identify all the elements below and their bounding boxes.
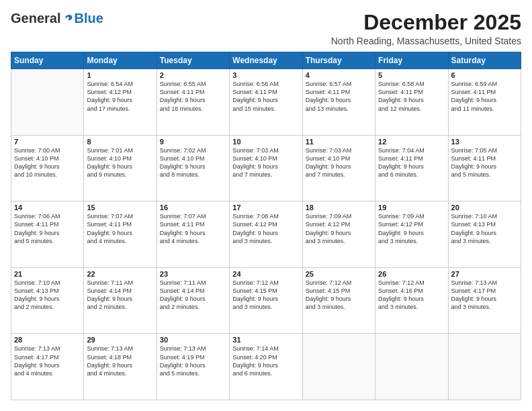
day-info: Sunrise: 7:03 AM Sunset: 4:10 PM Dayligh… <box>232 146 299 179</box>
day-number: 6 <box>451 71 518 79</box>
day-info: Sunrise: 7:05 AM Sunset: 4:11 PM Dayligh… <box>451 146 518 179</box>
day-info: Sunrise: 7:06 AM Sunset: 4:11 PM Dayligh… <box>14 212 81 245</box>
calendar-cell: 7Sunrise: 7:00 AM Sunset: 4:10 PM Daylig… <box>11 135 84 201</box>
calendar-cell: 30Sunrise: 7:13 AM Sunset: 4:19 PM Dayli… <box>157 334 229 400</box>
day-info: Sunrise: 6:55 AM Sunset: 4:11 PM Dayligh… <box>160 80 226 113</box>
day-number: 19 <box>378 203 445 212</box>
day-number: 12 <box>378 138 445 146</box>
calendar-cell: 29Sunrise: 7:13 AM Sunset: 4:18 PM Dayli… <box>84 334 157 400</box>
day-number: 27 <box>451 270 518 278</box>
day-number: 17 <box>232 203 299 212</box>
calendar-cell: 11Sunrise: 7:03 AM Sunset: 4:10 PM Dayli… <box>302 135 375 201</box>
day-info: Sunrise: 7:12 AM Sunset: 4:15 PM Dayligh… <box>232 279 299 312</box>
day-number: 11 <box>306 138 372 146</box>
day-number: 31 <box>232 336 299 344</box>
calendar-cell: 17Sunrise: 7:08 AM Sunset: 4:12 PM Dayli… <box>230 201 302 268</box>
calendar-header-sunday: Sunday <box>11 52 84 69</box>
calendar-cell: 13Sunrise: 7:05 AM Sunset: 4:11 PM Dayli… <box>448 135 521 201</box>
calendar-header-saturday: Saturday <box>448 52 521 69</box>
day-number: 16 <box>160 203 226 212</box>
calendar-cell: 6Sunrise: 6:59 AM Sunset: 4:11 PM Daylig… <box>448 69 521 136</box>
calendar-cell: 19Sunrise: 7:09 AM Sunset: 4:12 PM Dayli… <box>375 201 448 268</box>
day-number: 5 <box>378 71 445 79</box>
calendar-cell: 24Sunrise: 7:12 AM Sunset: 4:15 PM Dayli… <box>230 267 302 334</box>
calendar-cell: 28Sunrise: 7:13 AM Sunset: 4:17 PM Dayli… <box>11 334 84 400</box>
logo-text: General Blue <box>11 11 103 26</box>
calendar-cell: 26Sunrise: 7:12 AM Sunset: 4:16 PM Dayli… <box>375 267 448 334</box>
day-number: 15 <box>87 203 153 212</box>
logo-general-text: General <box>11 11 60 26</box>
calendar-cell: 1Sunrise: 6:54 AM Sunset: 4:12 PM Daylig… <box>84 69 157 136</box>
day-info: Sunrise: 6:58 AM Sunset: 4:11 PM Dayligh… <box>378 80 445 113</box>
day-info: Sunrise: 7:01 AM Sunset: 4:10 PM Dayligh… <box>87 146 153 179</box>
day-info: Sunrise: 7:04 AM Sunset: 4:11 PM Dayligh… <box>378 146 445 179</box>
day-number: 22 <box>87 270 153 278</box>
calendar-header-friday: Friday <box>375 52 448 69</box>
calendar-week-row: 7Sunrise: 7:00 AM Sunset: 4:10 PM Daylig… <box>11 135 521 201</box>
logo-bird-icon <box>62 13 74 25</box>
day-info: Sunrise: 7:13 AM Sunset: 4:17 PM Dayligh… <box>14 345 81 377</box>
day-info: Sunrise: 7:08 AM Sunset: 4:12 PM Dayligh… <box>232 212 299 245</box>
day-number: 10 <box>232 138 299 146</box>
day-number: 29 <box>87 336 153 344</box>
day-info: Sunrise: 7:11 AM Sunset: 4:14 PM Dayligh… <box>87 279 153 312</box>
calendar-cell: 16Sunrise: 7:07 AM Sunset: 4:11 PM Dayli… <box>157 201 229 268</box>
day-number: 26 <box>378 270 445 278</box>
day-info: Sunrise: 7:10 AM Sunset: 4:13 PM Dayligh… <box>451 212 518 245</box>
calendar-cell: 4Sunrise: 6:57 AM Sunset: 4:11 PM Daylig… <box>302 69 375 136</box>
calendar-cell: 14Sunrise: 7:06 AM Sunset: 4:11 PM Dayli… <box>11 201 84 268</box>
calendar-cell <box>11 69 84 136</box>
logo: General Blue <box>11 11 103 26</box>
calendar-header-thursday: Thursday <box>302 52 375 69</box>
day-info: Sunrise: 6:54 AM Sunset: 4:12 PM Dayligh… <box>87 80 153 113</box>
day-number: 14 <box>14 203 81 212</box>
calendar-week-row: 1Sunrise: 6:54 AM Sunset: 4:12 PM Daylig… <box>11 69 521 136</box>
day-info: Sunrise: 7:12 AM Sunset: 4:16 PM Dayligh… <box>378 279 445 312</box>
day-number: 30 <box>160 336 226 344</box>
calendar-header-monday: Monday <box>84 52 157 69</box>
location: North Reading, Massachusetts, United Sta… <box>331 36 521 46</box>
day-info: Sunrise: 7:13 AM Sunset: 4:17 PM Dayligh… <box>451 279 518 312</box>
day-number: 1 <box>87 71 153 79</box>
day-info: Sunrise: 6:57 AM Sunset: 4:11 PM Dayligh… <box>306 80 372 113</box>
calendar-header-row: SundayMondayTuesdayWednesdayThursdayFrid… <box>11 52 521 69</box>
day-number: 2 <box>160 71 226 79</box>
day-number: 9 <box>160 138 226 146</box>
calendar-cell: 25Sunrise: 7:12 AM Sunset: 4:15 PM Dayli… <box>302 267 375 334</box>
day-number: 25 <box>306 270 372 278</box>
calendar-cell: 23Sunrise: 7:11 AM Sunset: 4:14 PM Dayli… <box>157 267 229 334</box>
calendar-cell: 5Sunrise: 6:58 AM Sunset: 4:11 PM Daylig… <box>375 69 448 136</box>
day-info: Sunrise: 7:13 AM Sunset: 4:18 PM Dayligh… <box>87 345 153 377</box>
calendar-cell: 2Sunrise: 6:55 AM Sunset: 4:11 PM Daylig… <box>157 69 229 136</box>
day-info: Sunrise: 6:59 AM Sunset: 4:11 PM Dayligh… <box>451 80 518 113</box>
day-info: Sunrise: 7:02 AM Sunset: 4:10 PM Dayligh… <box>160 146 226 179</box>
day-number: 28 <box>14 336 81 344</box>
calendar-week-row: 14Sunrise: 7:06 AM Sunset: 4:11 PM Dayli… <box>11 201 521 268</box>
page: General Blue December 2025 North Reading… <box>0 0 532 411</box>
day-info: Sunrise: 6:56 AM Sunset: 4:11 PM Dayligh… <box>232 80 299 113</box>
calendar-week-row: 21Sunrise: 7:10 AM Sunset: 4:13 PM Dayli… <box>11 267 521 334</box>
day-number: 23 <box>160 270 226 278</box>
day-number: 7 <box>14 138 81 146</box>
calendar-week-row: 28Sunrise: 7:13 AM Sunset: 4:17 PM Dayli… <box>11 334 521 400</box>
day-info: Sunrise: 7:10 AM Sunset: 4:13 PM Dayligh… <box>14 279 81 312</box>
day-info: Sunrise: 7:12 AM Sunset: 4:15 PM Dayligh… <box>306 279 372 312</box>
day-info: Sunrise: 7:00 AM Sunset: 4:10 PM Dayligh… <box>14 146 81 179</box>
calendar-cell: 8Sunrise: 7:01 AM Sunset: 4:10 PM Daylig… <box>84 135 157 201</box>
calendar-cell <box>375 334 448 400</box>
calendar-cell <box>448 334 521 400</box>
calendar-header-wednesday: Wednesday <box>230 52 302 69</box>
calendar-cell: 9Sunrise: 7:02 AM Sunset: 4:10 PM Daylig… <box>157 135 229 201</box>
day-info: Sunrise: 7:13 AM Sunset: 4:19 PM Dayligh… <box>160 345 226 377</box>
day-info: Sunrise: 7:09 AM Sunset: 4:12 PM Dayligh… <box>306 212 372 245</box>
day-info: Sunrise: 7:07 AM Sunset: 4:11 PM Dayligh… <box>87 212 153 245</box>
day-number: 3 <box>232 71 299 79</box>
calendar-cell: 12Sunrise: 7:04 AM Sunset: 4:11 PM Dayli… <box>375 135 448 201</box>
day-info: Sunrise: 7:14 AM Sunset: 4:20 PM Dayligh… <box>232 345 299 377</box>
calendar-table: SundayMondayTuesdayWednesdayThursdayFrid… <box>11 52 521 400</box>
day-number: 24 <box>232 270 299 278</box>
day-number: 8 <box>87 138 153 146</box>
day-number: 4 <box>306 71 372 79</box>
calendar-cell: 22Sunrise: 7:11 AM Sunset: 4:14 PM Dayli… <box>84 267 157 334</box>
title-block: December 2025 North Reading, Massachuset… <box>331 11 521 46</box>
